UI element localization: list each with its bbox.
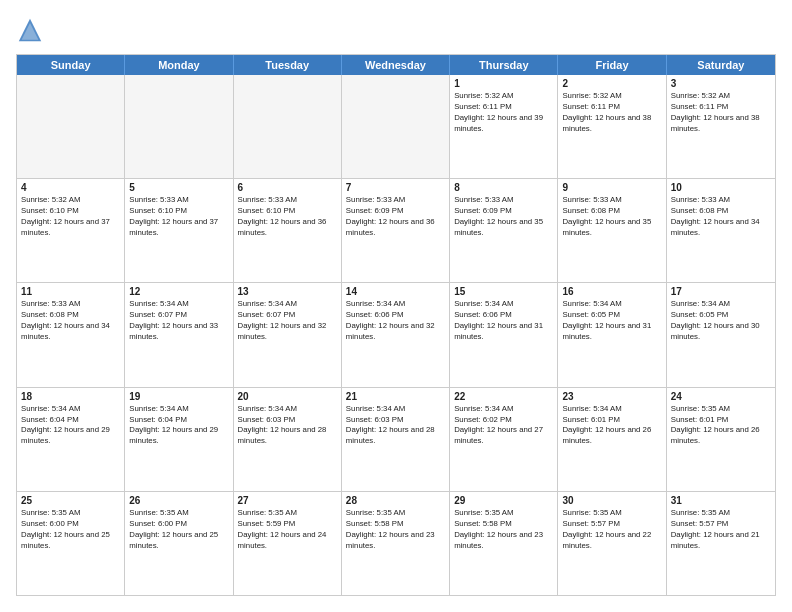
calendar-cell-8: 8Sunrise: 5:33 AMSunset: 6:09 PMDaylight… [450, 179, 558, 282]
calendar-row-3: 18Sunrise: 5:34 AMSunset: 6:04 PMDayligh… [17, 388, 775, 492]
day-info: Sunrise: 5:33 AMSunset: 6:09 PMDaylight:… [454, 195, 553, 239]
calendar-cell-13: 13Sunrise: 5:34 AMSunset: 6:07 PMDayligh… [234, 283, 342, 386]
day-info: Sunrise: 5:32 AMSunset: 6:11 PMDaylight:… [671, 91, 771, 135]
day-info: Sunrise: 5:34 AMSunset: 6:07 PMDaylight:… [238, 299, 337, 343]
day-number: 23 [562, 391, 661, 402]
header [16, 16, 776, 44]
calendar-cell-30: 30Sunrise: 5:35 AMSunset: 5:57 PMDayligh… [558, 492, 666, 595]
day-number: 26 [129, 495, 228, 506]
day-info: Sunrise: 5:35 AMSunset: 5:57 PMDaylight:… [671, 508, 771, 552]
day-info: Sunrise: 5:33 AMSunset: 6:10 PMDaylight:… [129, 195, 228, 239]
day-number: 9 [562, 182, 661, 193]
day-info: Sunrise: 5:33 AMSunset: 6:08 PMDaylight:… [562, 195, 661, 239]
calendar-cell-6: 6Sunrise: 5:33 AMSunset: 6:10 PMDaylight… [234, 179, 342, 282]
day-number: 24 [671, 391, 771, 402]
calendar-cell-10: 10Sunrise: 5:33 AMSunset: 6:08 PMDayligh… [667, 179, 775, 282]
calendar-cell-2: 2Sunrise: 5:32 AMSunset: 6:11 PMDaylight… [558, 75, 666, 178]
day-info: Sunrise: 5:32 AMSunset: 6:11 PMDaylight:… [562, 91, 661, 135]
day-number: 28 [346, 495, 445, 506]
calendar-cell-27: 27Sunrise: 5:35 AMSunset: 5:59 PMDayligh… [234, 492, 342, 595]
calendar-cell-24: 24Sunrise: 5:35 AMSunset: 6:01 PMDayligh… [667, 388, 775, 491]
day-info: Sunrise: 5:34 AMSunset: 6:02 PMDaylight:… [454, 404, 553, 448]
calendar-cell-25: 25Sunrise: 5:35 AMSunset: 6:00 PMDayligh… [17, 492, 125, 595]
day-number: 1 [454, 78, 553, 89]
weekday-header-wednesday: Wednesday [342, 55, 450, 75]
day-number: 30 [562, 495, 661, 506]
day-number: 6 [238, 182, 337, 193]
weekday-header-tuesday: Tuesday [234, 55, 342, 75]
day-info: Sunrise: 5:34 AMSunset: 6:06 PMDaylight:… [454, 299, 553, 343]
day-info: Sunrise: 5:33 AMSunset: 6:10 PMDaylight:… [238, 195, 337, 239]
weekday-header-thursday: Thursday [450, 55, 558, 75]
calendar-cell-5: 5Sunrise: 5:33 AMSunset: 6:10 PMDaylight… [125, 179, 233, 282]
day-number: 12 [129, 286, 228, 297]
logo [16, 16, 48, 44]
day-info: Sunrise: 5:34 AMSunset: 6:03 PMDaylight:… [238, 404, 337, 448]
day-number: 31 [671, 495, 771, 506]
calendar-cell-14: 14Sunrise: 5:34 AMSunset: 6:06 PMDayligh… [342, 283, 450, 386]
day-info: Sunrise: 5:34 AMSunset: 6:04 PMDaylight:… [129, 404, 228, 448]
calendar-cell-28: 28Sunrise: 5:35 AMSunset: 5:58 PMDayligh… [342, 492, 450, 595]
calendar-cell-empty [125, 75, 233, 178]
calendar-cell-31: 31Sunrise: 5:35 AMSunset: 5:57 PMDayligh… [667, 492, 775, 595]
day-info: Sunrise: 5:34 AMSunset: 6:01 PMDaylight:… [562, 404, 661, 448]
day-number: 25 [21, 495, 120, 506]
calendar-cell-16: 16Sunrise: 5:34 AMSunset: 6:05 PMDayligh… [558, 283, 666, 386]
day-info: Sunrise: 5:34 AMSunset: 6:07 PMDaylight:… [129, 299, 228, 343]
calendar-cell-1: 1Sunrise: 5:32 AMSunset: 6:11 PMDaylight… [450, 75, 558, 178]
calendar-cell-empty [17, 75, 125, 178]
day-number: 2 [562, 78, 661, 89]
calendar-cell-empty [342, 75, 450, 178]
calendar-row-1: 4Sunrise: 5:32 AMSunset: 6:10 PMDaylight… [17, 179, 775, 283]
day-number: 3 [671, 78, 771, 89]
day-number: 15 [454, 286, 553, 297]
day-number: 13 [238, 286, 337, 297]
day-number: 10 [671, 182, 771, 193]
day-info: Sunrise: 5:35 AMSunset: 5:57 PMDaylight:… [562, 508, 661, 552]
weekday-header-saturday: Saturday [667, 55, 775, 75]
day-info: Sunrise: 5:33 AMSunset: 6:09 PMDaylight:… [346, 195, 445, 239]
calendar-cell-11: 11Sunrise: 5:33 AMSunset: 6:08 PMDayligh… [17, 283, 125, 386]
day-number: 16 [562, 286, 661, 297]
calendar-row-0: 1Sunrise: 5:32 AMSunset: 6:11 PMDaylight… [17, 75, 775, 179]
calendar-cell-7: 7Sunrise: 5:33 AMSunset: 6:09 PMDaylight… [342, 179, 450, 282]
day-info: Sunrise: 5:35 AMSunset: 6:00 PMDaylight:… [129, 508, 228, 552]
day-number: 8 [454, 182, 553, 193]
day-info: Sunrise: 5:32 AMSunset: 6:11 PMDaylight:… [454, 91, 553, 135]
calendar-cell-17: 17Sunrise: 5:34 AMSunset: 6:05 PMDayligh… [667, 283, 775, 386]
weekday-header-friday: Friday [558, 55, 666, 75]
calendar-cell-3: 3Sunrise: 5:32 AMSunset: 6:11 PMDaylight… [667, 75, 775, 178]
day-number: 7 [346, 182, 445, 193]
day-info: Sunrise: 5:34 AMSunset: 6:03 PMDaylight:… [346, 404, 445, 448]
calendar-cell-18: 18Sunrise: 5:34 AMSunset: 6:04 PMDayligh… [17, 388, 125, 491]
logo-icon [16, 16, 44, 44]
calendar-row-2: 11Sunrise: 5:33 AMSunset: 6:08 PMDayligh… [17, 283, 775, 387]
day-info: Sunrise: 5:35 AMSunset: 5:59 PMDaylight:… [238, 508, 337, 552]
day-number: 20 [238, 391, 337, 402]
calendar-cell-15: 15Sunrise: 5:34 AMSunset: 6:06 PMDayligh… [450, 283, 558, 386]
calendar-cell-4: 4Sunrise: 5:32 AMSunset: 6:10 PMDaylight… [17, 179, 125, 282]
weekday-header-sunday: Sunday [17, 55, 125, 75]
calendar-cell-empty [234, 75, 342, 178]
day-info: Sunrise: 5:34 AMSunset: 6:05 PMDaylight:… [671, 299, 771, 343]
day-number: 11 [21, 286, 120, 297]
day-info: Sunrise: 5:34 AMSunset: 6:05 PMDaylight:… [562, 299, 661, 343]
day-number: 14 [346, 286, 445, 297]
day-number: 18 [21, 391, 120, 402]
page: SundayMondayTuesdayWednesdayThursdayFrid… [0, 0, 792, 612]
day-info: Sunrise: 5:34 AMSunset: 6:06 PMDaylight:… [346, 299, 445, 343]
calendar-header-row: SundayMondayTuesdayWednesdayThursdayFrid… [17, 55, 775, 75]
day-number: 4 [21, 182, 120, 193]
calendar-cell-9: 9Sunrise: 5:33 AMSunset: 6:08 PMDaylight… [558, 179, 666, 282]
day-info: Sunrise: 5:33 AMSunset: 6:08 PMDaylight:… [671, 195, 771, 239]
day-info: Sunrise: 5:32 AMSunset: 6:10 PMDaylight:… [21, 195, 120, 239]
day-info: Sunrise: 5:34 AMSunset: 6:04 PMDaylight:… [21, 404, 120, 448]
calendar-cell-23: 23Sunrise: 5:34 AMSunset: 6:01 PMDayligh… [558, 388, 666, 491]
day-info: Sunrise: 5:35 AMSunset: 6:00 PMDaylight:… [21, 508, 120, 552]
day-number: 22 [454, 391, 553, 402]
day-number: 29 [454, 495, 553, 506]
calendar: SundayMondayTuesdayWednesdayThursdayFrid… [16, 54, 776, 596]
day-info: Sunrise: 5:33 AMSunset: 6:08 PMDaylight:… [21, 299, 120, 343]
day-info: Sunrise: 5:35 AMSunset: 6:01 PMDaylight:… [671, 404, 771, 448]
calendar-row-4: 25Sunrise: 5:35 AMSunset: 6:00 PMDayligh… [17, 492, 775, 595]
